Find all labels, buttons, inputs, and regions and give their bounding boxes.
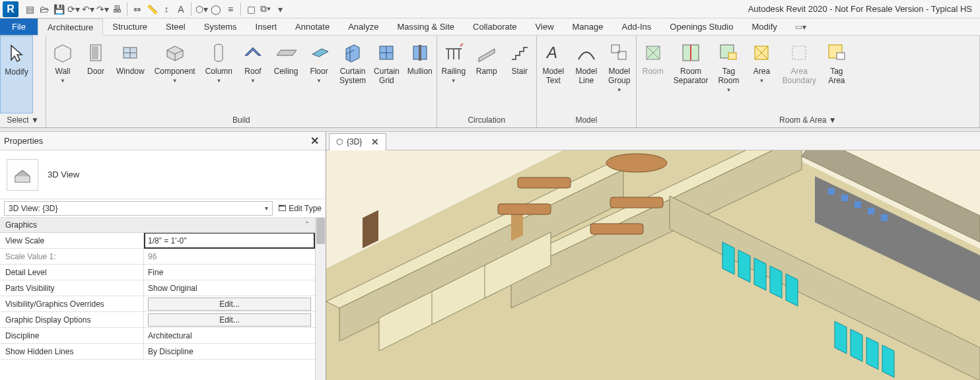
ribbon-expand-icon[interactable]: ▭▾ [792,18,810,35]
window-icon [120,42,141,63]
tab-add-ins[interactable]: Add-Ins [613,18,661,35]
area-button[interactable]: Area▼ [745,36,778,113]
railing-icon [443,42,464,63]
tab-collaborate[interactable]: Collaborate [464,18,526,35]
qat-measure-icon[interactable]: ⇔ [130,2,145,16]
tab-systems[interactable]: Systems [195,18,246,35]
tab-steel[interactable]: Steel [157,18,195,35]
tab-structure[interactable]: Structure [103,18,157,35]
ceiling-icon [275,42,297,63]
svg-rect-1 [92,46,98,59]
qat-save-icon[interactable]: 💾 [52,2,66,16]
edit-button[interactable]: Edit... [148,313,311,327]
qat-print-icon[interactable]: 🖶 [110,2,124,16]
close-icon[interactable]: ✕ [371,137,379,147]
wall-button[interactable]: Wall▼ [46,36,79,113]
property-value[interactable]: By Discipline [144,344,315,359]
tag-area-button[interactable]: Tag Area [820,36,853,113]
curtain-grid-button[interactable]: Curtain Grid [370,36,403,113]
svg-rect-51 [498,204,551,214]
qat-close-hidden-icon[interactable]: ▢ [244,2,258,16]
property-value[interactable]: Fine [144,265,315,280]
property-grid: View Scale1/8" = 1'-0"Scale Value 1:96De… [0,233,315,360]
properties-panel: Properties ✕ 3D View 3D View: {3D} ▾ 🗔 E… [0,132,326,380]
property-row: Scale Value 1:96 [0,249,315,265]
component-button[interactable]: Component▼ [149,36,201,113]
qat-redo-icon[interactable]: ↷▾ [95,2,110,16]
scrollbar[interactable] [315,218,326,380]
chevron-down-icon: ▼ [216,78,221,84]
qat-align-icon[interactable]: 📏 [145,2,159,16]
chevron-down-icon: ▼ [172,78,178,84]
model-text-icon: A [543,42,564,63]
qat-text-icon[interactable]: A [174,2,188,16]
chevron-down-icon: ▼ [451,78,456,84]
model-line-button[interactable]: Model Line [570,36,603,113]
instance-combo[interactable]: 3D View: {3D} ▾ [4,201,273,216]
view-tab-3d[interactable]: ⬡ {3D} ✕ [329,133,386,150]
property-value[interactable]: 1/8" = 1'-0" [144,233,315,249]
roof-button[interactable]: Roof▼ [236,36,269,113]
property-row: Detail LevelFine [0,265,315,280]
svg-marker-58 [786,274,798,306]
tab-analyze[interactable]: Analyze [339,18,388,35]
instance-value: 3D View: {3D} [9,204,58,213]
railing-button[interactable]: Railing▼ [437,36,470,113]
qat-dim-icon[interactable]: ↕ [159,2,174,16]
properties-title: Properties [4,136,43,146]
type-selector[interactable]: 3D View [0,150,326,199]
property-value[interactable]: Edit... [144,296,315,311]
panel-label-select[interactable]: Select ▼ [0,113,46,127]
separator [240,3,241,16]
tab-architecture[interactable]: Architecture [38,18,103,36]
tab-openings-studio[interactable]: Openings Studio [660,18,742,35]
window-button[interactable]: Window [112,36,149,113]
tab-insert[interactable]: Insert [246,18,287,35]
close-icon[interactable]: ✕ [308,135,322,147]
category-header[interactable]: Graphics ⌃ [0,218,315,233]
room-separator-button[interactable]: Room Separator [670,36,713,113]
category-label: Graphics [5,220,37,230]
tab-view[interactable]: View [526,18,563,35]
tab-manage[interactable]: Manage [563,18,613,35]
door-button[interactable]: Door [79,36,112,113]
property-value[interactable]: Edit... [144,312,315,327]
tab-annotate[interactable]: Annotate [286,18,339,35]
mullion-icon [409,42,431,63]
edit-type-button[interactable]: 🗔 Edit Type [278,204,322,213]
stair-button[interactable]: Stair [503,36,536,113]
tab-modify[interactable]: Modify [742,18,786,35]
svg-rect-26 [728,53,736,59]
panel-label-room-area[interactable]: Room & Area ▼ [637,113,979,127]
qat-thinlines-icon[interactable]: ≡ [223,2,238,16]
ramp-button[interactable]: Ramp [470,36,503,113]
model-group-button[interactable]: Model Group▼ [603,36,636,113]
qat-customize-icon[interactable]: ▾ [273,2,287,16]
qat-sync-icon[interactable]: ⟳▾ [66,2,81,16]
qat-home-icon[interactable]: ▤ [22,2,37,16]
edit-type-icon: 🗔 [278,204,286,213]
room-button[interactable]: Room [637,36,670,113]
property-value[interactable]: Show Original [144,280,315,296]
tag-room-button[interactable]: Tag Room▼ [712,36,745,113]
floor-button[interactable]: Floor▼ [302,36,335,113]
qat-undo-icon[interactable]: ↶▾ [81,2,95,16]
property-value[interactable]: Architectural [144,328,315,343]
tab-massing-site[interactable]: Massing & Site [388,18,464,35]
modify-button[interactable]: Modify [0,36,33,113]
file-tab[interactable]: File [0,18,38,35]
edit-button[interactable]: Edit... [148,298,311,311]
qat-3d-icon[interactable]: ⬡▾ [194,2,209,16]
scrollbar-thumb[interactable] [316,218,325,244]
curtain-system-button[interactable]: Curtain System [335,36,370,113]
model-text-button[interactable]: AModel Text [537,36,570,113]
column-button[interactable]: Column▼ [201,36,236,113]
mullion-button[interactable]: Mullion [403,36,437,113]
qat-switch-windows-icon[interactable]: ⧉▾ [258,2,273,16]
qat-section-icon[interactable]: ◯ [209,2,223,16]
ceiling-button[interactable]: Ceiling [269,36,302,113]
qat-open-icon[interactable]: 🗁 [37,2,52,16]
area-boundary-button[interactable]: Area Boundary [778,36,820,113]
drawing-canvas[interactable] [326,150,980,380]
svg-rect-66 [855,201,861,208]
